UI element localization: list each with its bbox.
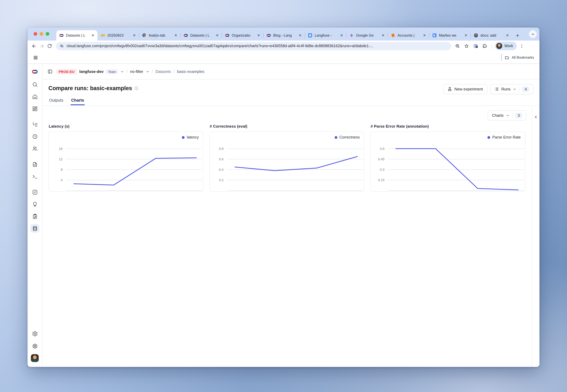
project-name[interactable]: no-filter	[130, 69, 143, 74]
browser-tab[interactable]: Blog - Lang✕	[264, 30, 305, 41]
sidebar-item-search[interactable]	[30, 80, 39, 89]
charts-dropdown-button[interactable]: Charts 3	[488, 110, 526, 120]
chart-grid: Latency (s) 161284 latency # Correctness…	[48, 124, 533, 192]
org-name[interactable]: langfuse-dev	[79, 69, 103, 74]
browser-tab[interactable]: 20250923✕	[98, 30, 139, 41]
tab-close-button[interactable]: ✕	[91, 33, 95, 38]
sidebar-item-playground[interactable]	[30, 172, 39, 181]
browser-tab[interactable]: 6Langfuse -✕	[305, 30, 346, 41]
org-switcher-chevron[interactable]	[120, 70, 124, 73]
sidebar-item-prompts[interactable]	[30, 160, 39, 168]
user-avatar[interactable]	[31, 354, 39, 362]
sidebar-item-tracing[interactable]	[30, 120, 39, 128]
sidebar-toggle-icon[interactable]	[46, 68, 54, 75]
tab-close-button[interactable]: ✕	[298, 33, 302, 38]
apps-grid-icon[interactable]	[31, 54, 39, 61]
tab-close-button[interactable]: ✕	[174, 33, 178, 38]
toolbar-separator	[492, 43, 492, 49]
zoom-page-icon[interactable]	[454, 42, 461, 50]
tab-close-button[interactable]: ✕	[340, 33, 344, 38]
bookmark-star-icon[interactable]	[463, 42, 470, 50]
breadcrumb-datasets-link[interactable]: Datasets	[155, 69, 171, 74]
tab-charts[interactable]: Charts	[71, 98, 84, 105]
users-icon	[32, 146, 38, 151]
chart-panel[interactable]: 0.60.450.30.15 Parse Error Rate	[370, 132, 525, 192]
all-bookmarks-label: All Bookmarks	[512, 56, 534, 59]
extensions-puzzle-icon[interactable]	[481, 42, 489, 50]
tab-outputs[interactable]: Outputs	[49, 98, 63, 105]
gear-icon	[32, 331, 38, 336]
svg-text:6: 6	[310, 34, 311, 37]
all-bookmarks[interactable]: All Bookmarks	[501, 54, 534, 61]
browser-menu-button[interactable]	[518, 42, 526, 50]
runs-dropdown-button[interactable]: Runs 4	[490, 84, 533, 94]
charts-count-badge: 3	[515, 113, 522, 118]
langfuse-logo[interactable]	[31, 64, 38, 80]
close-window-button[interactable]	[34, 32, 37, 36]
maximize-window-button[interactable]	[46, 32, 49, 36]
password-extension-icon[interactable]	[472, 42, 480, 50]
browser-tab[interactable]: Datasets | L✕	[181, 30, 222, 41]
sidebar-item-home[interactable]	[30, 92, 39, 101]
url-bar[interactable]: cloud.langfuse.com/project/cmfwgv8fx002o…	[56, 42, 451, 50]
sidebar-item-sessions[interactable]	[30, 132, 39, 141]
tab-close-button[interactable]: ✕	[422, 33, 427, 38]
sidebar-item-insights[interactable]	[30, 200, 39, 208]
tab-close-button[interactable]: ✕	[132, 33, 136, 38]
tab-search-chevron-button[interactable]	[529, 30, 537, 38]
browser-tab[interactable]: Marlies we✕	[429, 30, 470, 41]
legend-label: Parse Error Rate	[492, 135, 521, 140]
settings-button[interactable]	[30, 329, 39, 338]
sidebar-item-annotation[interactable]	[30, 212, 39, 221]
new-experiment-button[interactable]: New experiment	[443, 84, 487, 94]
breadcrumb-current-item[interactable]: basic-examples	[177, 69, 204, 74]
prompts-icon	[32, 161, 38, 167]
browser-toolbar: cloud.langfuse.com/project/cmfwgv8fx002o…	[28, 41, 539, 51]
scores-icon	[32, 189, 38, 195]
profile-label: Work	[504, 44, 513, 48]
chart-title: # Parse Error Rate (annotation)	[371, 124, 525, 128]
tab-close-button[interactable]: ✕	[464, 33, 468, 38]
reload-button[interactable]	[46, 42, 54, 50]
chart-correctness: # Correctness (eval) 0.80.60.40.2 Correc…	[209, 124, 364, 192]
tab-label: Blog - Lang	[273, 33, 297, 38]
tracing-icon	[32, 121, 38, 127]
browser-tab[interactable]: Google Ge✕	[346, 30, 388, 41]
chart-legend: latency	[182, 135, 199, 140]
chart-panel[interactable]: 161284 latency	[48, 132, 203, 192]
list-icon	[494, 87, 499, 91]
forward-button[interactable]	[38, 42, 46, 50]
chart-latency: Latency (s) 161284 latency	[48, 124, 203, 192]
site-settings-icon	[60, 44, 64, 48]
home-icon	[32, 94, 38, 99]
support-button[interactable]	[30, 342, 39, 350]
sidebar-item-dashboard[interactable]	[30, 104, 39, 113]
back-button[interactable]	[30, 42, 38, 50]
browser-tab[interactable]: Accounts |✕	[388, 30, 429, 41]
browser-tab[interactable]: feat(io-tab✕	[139, 30, 180, 41]
minimize-window-button[interactable]	[40, 32, 43, 36]
new-tab-button[interactable]	[514, 32, 521, 39]
sidebar-item-users[interactable]	[30, 144, 39, 153]
browser-tab[interactable]: Organizatio✕	[222, 30, 263, 41]
tab-close-button[interactable]: ✕	[256, 33, 261, 38]
tab-close-button[interactable]: ✕	[505, 33, 510, 38]
github-icon	[473, 33, 478, 38]
langfuse-icon	[225, 33, 230, 38]
charts-label: Charts	[492, 113, 504, 118]
sidebar-item-datasets[interactable]	[30, 224, 39, 233]
project-switcher-chevron[interactable]	[146, 70, 149, 73]
profile-button[interactable]: Work	[495, 42, 517, 50]
browser-tab[interactable]: docs: add✕	[471, 30, 512, 41]
tab-close-button[interactable]: ✕	[215, 33, 219, 38]
collapse-panel-chevron[interactable]	[534, 115, 538, 119]
browser-tab[interactable]: Datasets | L✕	[56, 30, 98, 41]
info-icon[interactable]	[134, 86, 139, 90]
chart-panel[interactable]: 0.80.60.40.2 Correctness	[209, 132, 364, 192]
org-type-badge: Team	[106, 69, 118, 74]
sidebar-item-scores[interactable]	[30, 188, 39, 196]
tab-close-button[interactable]: ✕	[381, 33, 385, 38]
datasets-icon	[32, 225, 38, 231]
profile-avatar	[496, 43, 502, 49]
breadcrumb-slash: /	[127, 69, 128, 74]
